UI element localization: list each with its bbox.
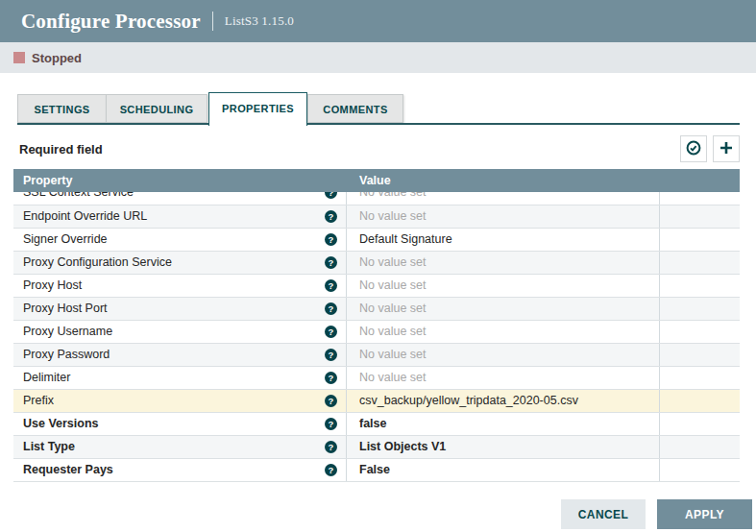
property-name: Proxy Configuration Service — [23, 255, 172, 269]
property-value[interactable]: false — [346, 413, 659, 435]
table-row: Endpoint Override URL No value set — [13, 206, 740, 229]
property-name: Proxy Password — [23, 348, 110, 361]
help-icon[interactable] — [325, 210, 337, 223]
table-header: Property Value — [13, 169, 740, 192]
table-row: Signer Override Default Signature — [13, 229, 740, 252]
property-value[interactable]: No value set — [346, 298, 659, 320]
property-name: SSL Context Service — [23, 192, 134, 199]
tab-settings[interactable]: SETTINGS — [17, 94, 107, 123]
row-actions-cell — [659, 459, 740, 481]
help-icon[interactable] — [325, 372, 337, 384]
row-actions-cell — [659, 206, 740, 228]
verify-properties-button[interactable] — [680, 135, 707, 162]
properties-toolbar: Required field — [19, 135, 740, 164]
table-row: Delimiter No value set — [13, 367, 740, 390]
tab-comments[interactable]: COMMENTS — [307, 94, 403, 123]
table-row: Proxy Host No value set — [13, 275, 740, 298]
property-name: Delimiter — [23, 371, 70, 384]
help-icon[interactable] — [325, 279, 337, 292]
table-row: Proxy Configuration Service No value set — [13, 252, 740, 275]
help-icon[interactable] — [325, 395, 337, 407]
row-actions-cell — [659, 413, 740, 435]
table-row: Proxy Password No value set — [13, 344, 740, 367]
help-icon[interactable] — [325, 233, 337, 246]
row-actions-cell — [659, 344, 740, 366]
row-actions-cell — [659, 252, 740, 274]
column-header-value: Value — [346, 169, 740, 192]
help-icon[interactable] — [325, 418, 337, 430]
dialog-header: Configure Processor ListS3 1.15.0 — [0, 0, 756, 42]
row-actions-cell — [659, 367, 740, 389]
row-actions-cell — [659, 229, 740, 251]
dialog-title: Configure Processor — [21, 10, 201, 34]
help-icon[interactable] — [325, 192, 337, 199]
help-icon[interactable] — [325, 326, 337, 338]
circle-check-icon — [686, 140, 701, 158]
property-name: Requester Pays — [23, 463, 113, 476]
plus-icon — [719, 140, 734, 158]
property-name: Proxy Username — [23, 325, 112, 338]
add-property-button[interactable] — [713, 135, 740, 162]
column-header-property: Property — [13, 169, 346, 192]
property-value[interactable]: No value set — [346, 252, 659, 274]
property-name: Proxy Host — [23, 278, 82, 292]
property-name: Use Versions — [23, 417, 99, 430]
property-value[interactable]: No value set — [346, 344, 659, 366]
property-value[interactable]: No value set — [346, 206, 659, 228]
row-actions-cell — [659, 192, 740, 205]
help-icon[interactable] — [325, 302, 337, 315]
tab-scheduling[interactable]: SCHEDULING — [106, 94, 207, 123]
status-bar: Stopped — [0, 42, 756, 73]
row-actions-cell — [659, 275, 740, 297]
row-actions-cell — [659, 390, 740, 412]
properties-table: Property Value SSL Context Service No va… — [13, 169, 740, 482]
help-icon[interactable] — [325, 441, 337, 453]
help-icon[interactable] — [325, 464, 337, 476]
property-name: Proxy Host Port — [23, 302, 108, 315]
tab-properties[interactable]: PROPERTIES — [208, 92, 307, 126]
help-icon[interactable] — [325, 256, 337, 269]
help-icon[interactable] — [325, 349, 337, 361]
apply-button[interactable]: APPLY — [657, 499, 752, 529]
table-row-modified: Prefix csv_backup/yellow_tripdata_2020-0… — [13, 390, 740, 413]
property-value[interactable]: No value set — [346, 192, 659, 205]
row-actions-cell — [659, 321, 740, 343]
toolbar-buttons — [680, 135, 740, 162]
property-name: Endpoint Override URL — [23, 209, 147, 223]
table-row: SSL Context Service No value set — [13, 192, 740, 205]
table-row: Proxy Username No value set — [13, 321, 740, 344]
tab-underline — [17, 123, 740, 125]
processor-type-version: ListS3 1.15.0 — [225, 13, 294, 29]
property-value[interactable]: Default Signature — [346, 229, 659, 251]
property-name: Signer Override — [23, 232, 108, 246]
row-actions-cell — [659, 436, 740, 458]
stopped-icon — [13, 52, 25, 63]
property-name: List Type — [23, 440, 75, 453]
tab-bar: SETTINGS SCHEDULING PROPERTIES COMMENTS — [17, 92, 740, 126]
property-value[interactable]: List Objects V1 — [346, 436, 659, 458]
table-row-clipped: SSL Context Service No value set — [13, 192, 740, 206]
cancel-button[interactable]: CANCEL — [561, 499, 646, 529]
property-value[interactable]: csv_backup/yellow_tripdata_2020-05.csv — [346, 390, 659, 412]
property-value[interactable]: False — [346, 459, 659, 481]
table-row: Proxy Host Port No value set — [13, 298, 740, 321]
property-value[interactable]: No value set — [346, 275, 659, 297]
property-value[interactable]: No value set — [346, 367, 659, 389]
property-name: Prefix — [23, 394, 54, 407]
row-actions-cell — [659, 298, 740, 320]
title-separator — [212, 12, 213, 31]
table-row: List Type List Objects V1 — [13, 436, 740, 459]
required-field-label: Required field — [19, 135, 103, 164]
status-label: Stopped — [32, 51, 82, 65]
table-row: Use Versions false — [13, 413, 740, 436]
table-row: Requester Pays False — [13, 459, 740, 482]
property-value[interactable]: No value set — [346, 321, 659, 343]
